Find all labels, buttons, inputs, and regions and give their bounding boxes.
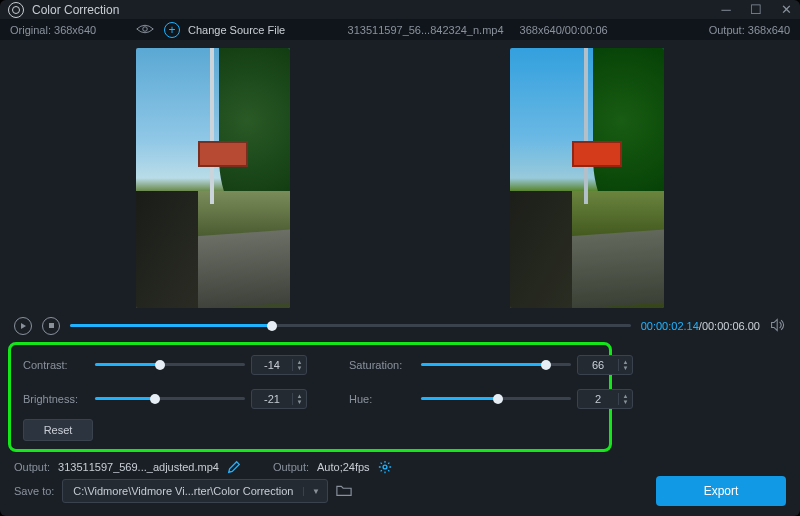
chevron-down-icon[interactable]: ▼ [303,487,327,496]
svg-point-0 [143,27,148,32]
brightness-down-icon[interactable]: ▼ [293,399,306,405]
source-filename: 313511597_56...842324_n.mp4 [348,24,504,36]
output-settings-icon[interactable] [378,460,392,474]
original-preview [136,48,290,308]
output-row: Output: 313511597_569..._adjusted.mp4 Ou… [0,458,800,476]
export-button[interactable]: Export [656,476,786,506]
titlebar: Color Correction ─ ☐ ✕ [0,0,800,20]
stop-button[interactable] [42,317,60,335]
svg-point-1 [383,465,387,469]
change-source-label: Change Source File [188,24,285,36]
plus-icon: + [164,22,180,38]
maximize-button[interactable]: ☐ [750,4,762,16]
minimize-button[interactable]: ─ [720,4,732,16]
output-preview [510,48,664,308]
hue-label: Hue: [349,393,415,405]
contrast-value[interactable]: -14▲▼ [251,355,307,375]
contrast-down-icon[interactable]: ▼ [293,365,306,371]
contrast-label: Contrast: [23,359,89,371]
output-filename: 313511597_569..._adjusted.mp4 [58,461,219,473]
reset-button[interactable]: Reset [23,419,93,441]
preview-area [0,40,800,316]
output-dimensions: Output: 368x640 [670,24,800,36]
open-folder-icon[interactable] [336,483,352,499]
saturation-slider[interactable] [421,363,571,366]
brightness-value[interactable]: -21▲▼ [251,389,307,409]
brightness-label: Brightness: [23,393,89,405]
saturation-value[interactable]: 66▲▼ [577,355,633,375]
preview-eye-icon[interactable] [136,23,154,37]
timecode: 00:00:02.14/00:00:06.00 [641,320,760,332]
app-logo-icon [8,2,24,18]
saturation-down-icon[interactable]: ▼ [619,365,632,371]
hue-down-icon[interactable]: ▼ [619,399,632,405]
save-path-text: C:\Vidmore\Vidmore Vi...rter\Color Corre… [63,485,303,497]
source-dims-time: 368x640/00:00:06 [520,24,608,36]
output-format-label: Output: [273,461,309,473]
brightness-slider[interactable] [95,397,245,400]
saturation-label: Saturation: [349,359,415,371]
contrast-slider[interactable] [95,363,245,366]
edit-filename-icon[interactable] [227,460,241,474]
change-source-button[interactable]: + Change Source File [164,22,285,38]
hue-slider[interactable] [421,397,571,400]
save-path-dropdown[interactable]: C:\Vidmore\Vidmore Vi...rter\Color Corre… [62,479,328,503]
output-format: Auto;24fps [317,461,370,473]
close-button[interactable]: ✕ [780,4,792,16]
save-to-label: Save to: [14,485,54,497]
hue-value[interactable]: 2▲▼ [577,389,633,409]
timeline-slider[interactable] [70,324,631,327]
bottom-bar: Save to: C:\Vidmore\Vidmore Vi...rter\Co… [0,476,800,516]
window-title: Color Correction [32,3,119,17]
color-controls-panel: Contrast: -14▲▼ Saturation: 66▲▼ Brightn… [8,342,612,452]
original-dimensions: Original: 368x640 [0,24,130,36]
play-button[interactable] [14,317,32,335]
info-bar: Original: 368x640 + Change Source File 3… [0,20,800,40]
timeline-bar: 00:00:02.14/00:00:06.00 [0,316,800,336]
output-filename-label: Output: [14,461,50,473]
volume-icon[interactable] [770,318,786,334]
